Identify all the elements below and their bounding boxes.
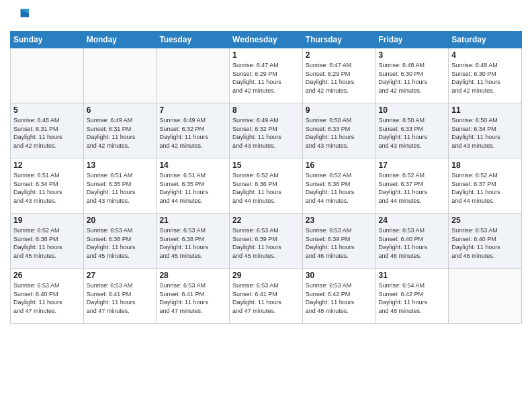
day-number: 25	[451, 216, 519, 225]
day-number: 26	[13, 271, 81, 280]
day-number: 30	[306, 271, 373, 280]
day-number: 19	[13, 216, 81, 225]
day-info: Sunrise: 6:51 AM Sunset: 6:35 PM Dayligh…	[159, 171, 226, 205]
calendar: SundayMondayTuesdayWednesdayThursdayFrid…	[10, 31, 522, 324]
calendar-body: 1Sunrise: 6:47 AM Sunset: 6:29 PM Daylig…	[11, 48, 522, 324]
calendar-cell: 15Sunrise: 6:52 AM Sunset: 6:36 PM Dayli…	[230, 158, 303, 214]
day-number: 31	[379, 271, 446, 280]
day-info: Sunrise: 6:50 AM Sunset: 6:33 PM Dayligh…	[379, 116, 446, 150]
calendar-cell: 17Sunrise: 6:52 AM Sunset: 6:37 PM Dayli…	[375, 158, 449, 214]
calendar-cell: 23Sunrise: 6:53 AM Sunset: 6:39 PM Dayli…	[302, 214, 375, 269]
day-number: 24	[379, 216, 446, 225]
calendar-cell: 3Sunrise: 6:48 AM Sunset: 6:30 PM Daylig…	[375, 48, 449, 103]
day-info: Sunrise: 6:53 AM Sunset: 6:41 PM Dayligh…	[232, 281, 300, 315]
logo-icon	[10, 7, 29, 26]
day-info: Sunrise: 6:48 AM Sunset: 6:31 PM Dayligh…	[13, 116, 81, 150]
calendar-cell: 10Sunrise: 6:50 AM Sunset: 6:33 PM Dayli…	[375, 103, 449, 158]
day-number: 4	[451, 50, 519, 60]
calendar-cell: 9Sunrise: 6:50 AM Sunset: 6:33 PM Daylig…	[302, 103, 375, 158]
calendar-cell: 12Sunrise: 6:51 AM Sunset: 6:34 PM Dayli…	[11, 158, 84, 214]
calendar-cell	[83, 48, 157, 103]
calendar-cell	[11, 48, 84, 103]
page: SundayMondayTuesdayWednesdayThursdayFrid…	[0, 0, 532, 411]
calendar-week-3: 19Sunrise: 6:52 AM Sunset: 6:38 PM Dayli…	[11, 214, 522, 269]
day-info: Sunrise: 6:52 AM Sunset: 6:37 PM Dayligh…	[379, 171, 446, 205]
day-number: 15	[232, 161, 300, 170]
calendar-cell: 26Sunrise: 6:53 AM Sunset: 6:40 PM Dayli…	[11, 269, 84, 324]
day-info: Sunrise: 6:53 AM Sunset: 6:42 PM Dayligh…	[306, 281, 373, 315]
calendar-cell: 28Sunrise: 6:53 AM Sunset: 6:41 PM Dayli…	[157, 269, 230, 324]
header	[10, 7, 522, 26]
weekday-header-wednesday: Wednesday	[230, 32, 303, 48]
day-number: 2	[306, 50, 373, 60]
calendar-cell: 16Sunrise: 6:52 AM Sunset: 6:36 PM Dayli…	[302, 158, 375, 214]
day-info: Sunrise: 6:47 AM Sunset: 6:29 PM Dayligh…	[232, 61, 300, 95]
calendar-header: SundayMondayTuesdayWednesdayThursdayFrid…	[11, 32, 522, 48]
day-info: Sunrise: 6:51 AM Sunset: 6:34 PM Dayligh…	[13, 171, 81, 205]
calendar-cell: 29Sunrise: 6:53 AM Sunset: 6:41 PM Dayli…	[230, 269, 303, 324]
calendar-cell: 19Sunrise: 6:52 AM Sunset: 6:38 PM Dayli…	[11, 214, 84, 269]
day-number: 11	[451, 105, 519, 115]
calendar-cell	[157, 48, 230, 103]
day-number: 13	[87, 161, 154, 170]
day-info: Sunrise: 6:52 AM Sunset: 6:36 PM Dayligh…	[232, 171, 300, 205]
day-info: Sunrise: 6:49 AM Sunset: 6:32 PM Dayligh…	[159, 116, 226, 150]
day-info: Sunrise: 6:53 AM Sunset: 6:39 PM Dayligh…	[232, 226, 300, 260]
day-number: 14	[159, 161, 226, 170]
day-number: 9	[306, 105, 373, 115]
day-info: Sunrise: 6:52 AM Sunset: 6:38 PM Dayligh…	[13, 226, 81, 260]
calendar-cell: 25Sunrise: 6:53 AM Sunset: 6:40 PM Dayli…	[449, 214, 522, 269]
calendar-cell: 30Sunrise: 6:53 AM Sunset: 6:42 PM Dayli…	[302, 269, 375, 324]
day-number: 29	[232, 271, 300, 280]
day-info: Sunrise: 6:52 AM Sunset: 6:37 PM Dayligh…	[451, 171, 519, 205]
calendar-cell	[449, 269, 522, 324]
calendar-cell: 27Sunrise: 6:53 AM Sunset: 6:41 PM Dayli…	[83, 269, 157, 324]
day-info: Sunrise: 6:50 AM Sunset: 6:34 PM Dayligh…	[451, 116, 519, 150]
day-number: 5	[13, 105, 81, 115]
calendar-cell: 20Sunrise: 6:53 AM Sunset: 6:38 PM Dayli…	[83, 214, 157, 269]
day-number: 22	[232, 216, 300, 225]
day-info: Sunrise: 6:53 AM Sunset: 6:41 PM Dayligh…	[87, 281, 154, 315]
day-info: Sunrise: 6:53 AM Sunset: 6:41 PM Dayligh…	[159, 281, 226, 315]
day-number: 7	[159, 105, 226, 115]
day-info: Sunrise: 6:53 AM Sunset: 6:40 PM Dayligh…	[13, 281, 81, 315]
day-info: Sunrise: 6:53 AM Sunset: 6:40 PM Dayligh…	[451, 226, 519, 260]
calendar-cell: 31Sunrise: 6:54 AM Sunset: 6:42 PM Dayli…	[375, 269, 449, 324]
calendar-cell: 24Sunrise: 6:53 AM Sunset: 6:40 PM Dayli…	[375, 214, 449, 269]
logo	[10, 7, 30, 26]
weekday-header-monday: Monday	[83, 32, 157, 48]
day-number: 8	[232, 105, 300, 115]
day-info: Sunrise: 6:49 AM Sunset: 6:31 PM Dayligh…	[87, 116, 154, 150]
calendar-cell: 22Sunrise: 6:53 AM Sunset: 6:39 PM Dayli…	[230, 214, 303, 269]
calendar-cell: 13Sunrise: 6:51 AM Sunset: 6:35 PM Dayli…	[83, 158, 157, 214]
day-number: 27	[87, 271, 154, 280]
day-info: Sunrise: 6:53 AM Sunset: 6:38 PM Dayligh…	[159, 226, 226, 260]
day-number: 17	[379, 161, 446, 170]
calendar-cell: 11Sunrise: 6:50 AM Sunset: 6:34 PM Dayli…	[449, 103, 522, 158]
day-info: Sunrise: 6:50 AM Sunset: 6:33 PM Dayligh…	[306, 116, 373, 150]
calendar-week-4: 26Sunrise: 6:53 AM Sunset: 6:40 PM Dayli…	[11, 269, 522, 324]
calendar-cell: 7Sunrise: 6:49 AM Sunset: 6:32 PM Daylig…	[157, 103, 230, 158]
weekday-header-saturday: Saturday	[449, 32, 522, 48]
calendar-cell: 18Sunrise: 6:52 AM Sunset: 6:37 PM Dayli…	[449, 158, 522, 214]
calendar-cell: 14Sunrise: 6:51 AM Sunset: 6:35 PM Dayli…	[157, 158, 230, 214]
day-number: 20	[87, 216, 154, 225]
day-number: 18	[451, 161, 519, 170]
weekday-row: SundayMondayTuesdayWednesdayThursdayFrid…	[11, 32, 522, 48]
weekday-header-tuesday: Tuesday	[157, 32, 230, 48]
day-info: Sunrise: 6:53 AM Sunset: 6:38 PM Dayligh…	[87, 226, 154, 260]
day-number: 21	[159, 216, 226, 225]
day-info: Sunrise: 6:51 AM Sunset: 6:35 PM Dayligh…	[87, 171, 154, 205]
day-number: 3	[379, 50, 446, 60]
day-number: 1	[232, 50, 300, 60]
day-info: Sunrise: 6:49 AM Sunset: 6:32 PM Dayligh…	[232, 116, 300, 150]
weekday-header-thursday: Thursday	[302, 32, 375, 48]
day-number: 23	[306, 216, 373, 225]
day-number: 10	[379, 105, 446, 115]
weekday-header-sunday: Sunday	[11, 32, 84, 48]
calendar-cell: 2Sunrise: 6:47 AM Sunset: 6:29 PM Daylig…	[302, 48, 375, 103]
day-info: Sunrise: 6:47 AM Sunset: 6:29 PM Dayligh…	[306, 61, 373, 95]
calendar-week-2: 12Sunrise: 6:51 AM Sunset: 6:34 PM Dayli…	[11, 158, 522, 214]
calendar-cell: 5Sunrise: 6:48 AM Sunset: 6:31 PM Daylig…	[11, 103, 84, 158]
day-info: Sunrise: 6:53 AM Sunset: 6:40 PM Dayligh…	[379, 226, 446, 260]
